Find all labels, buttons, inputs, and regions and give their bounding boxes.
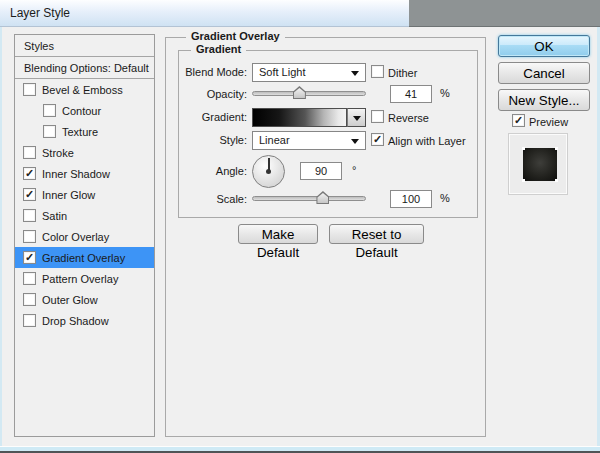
reverse-checkbox[interactable] bbox=[371, 110, 384, 123]
styles-list-item-texture[interactable]: Texture bbox=[15, 121, 154, 142]
style-effect-checkbox[interactable] bbox=[23, 188, 36, 201]
styles-list-item-stroke[interactable]: Stroke bbox=[15, 142, 154, 163]
styles-list-item-satin[interactable]: Satin bbox=[15, 205, 154, 226]
style-effect-label: Color Overlay bbox=[42, 231, 109, 243]
window-border-left bbox=[0, 27, 2, 447]
style-effect-label: Stroke bbox=[42, 147, 74, 159]
handle-icon bbox=[522, 147, 525, 150]
align-with-layer-checkbox[interactable] bbox=[371, 133, 384, 146]
reverse-label: Reverse bbox=[388, 112, 429, 124]
layer-style-dialog: Layer Style Styles Blending Options: Def… bbox=[0, 0, 600, 453]
chevron-down-icon bbox=[351, 139, 359, 144]
ok-button[interactable]: OK bbox=[498, 35, 590, 57]
scale-label: Scale: bbox=[150, 193, 247, 205]
gradient-picker-button[interactable] bbox=[347, 108, 366, 127]
styles-list: Bevel & EmbossContourTextureStrokeInner … bbox=[15, 79, 154, 331]
style-label: Style: bbox=[150, 134, 247, 146]
styles-list-item-drop-shadow[interactable]: Drop Shadow bbox=[15, 310, 154, 331]
styles-list-item-outer-glow[interactable]: Outer Glow bbox=[15, 289, 154, 310]
style-effect-checkbox[interactable] bbox=[23, 230, 36, 243]
style-value: Linear bbox=[259, 134, 290, 146]
style-effect-label: Drop Shadow bbox=[42, 315, 109, 327]
opacity-input[interactable]: 41 bbox=[390, 85, 432, 103]
blend-mode-label: Blend Mode: bbox=[150, 66, 247, 78]
chevron-down-icon bbox=[351, 71, 359, 76]
reset-to-default-button[interactable]: Reset to Default bbox=[329, 224, 424, 244]
scale-input[interactable]: 100 bbox=[390, 190, 432, 208]
styles-list-item-contour[interactable]: Contour bbox=[15, 100, 154, 121]
cancel-button[interactable]: Cancel bbox=[498, 62, 590, 84]
style-effect-label: Inner Shadow bbox=[42, 168, 110, 180]
scale-slider[interactable] bbox=[252, 196, 366, 201]
preview-label: Preview bbox=[529, 116, 568, 128]
style-effect-label: Texture bbox=[62, 126, 98, 138]
handle-icon bbox=[555, 147, 558, 150]
style-effect-checkbox[interactable] bbox=[23, 83, 36, 96]
style-effect-checkbox[interactable] bbox=[43, 125, 56, 138]
style-effect-checkbox[interactable] bbox=[23, 146, 36, 159]
gradient-label: Gradient: bbox=[150, 111, 247, 123]
title-bar[interactable]: Layer Style bbox=[0, 0, 409, 27]
angle-unit: ° bbox=[352, 164, 356, 176]
styles-list-item-pattern-overlay[interactable]: Pattern Overlay bbox=[15, 268, 154, 289]
style-effect-label: Inner Glow bbox=[42, 189, 95, 201]
handle-icon bbox=[522, 179, 525, 182]
angle-dial-center bbox=[266, 169, 271, 174]
styles-header[interactable]: Styles bbox=[15, 35, 154, 57]
styles-list-item-gradient-overlay[interactable]: Gradient Overlay bbox=[15, 247, 154, 268]
style-effect-checkbox[interactable] bbox=[23, 314, 36, 327]
styles-list-item-inner-shadow[interactable]: Inner Shadow bbox=[15, 163, 154, 184]
titlebar-gray-overlap bbox=[409, 0, 600, 27]
gradient-preview-well[interactable] bbox=[252, 108, 347, 127]
style-effect-label: Bevel & Emboss bbox=[42, 84, 123, 96]
style-effect-checkbox[interactable] bbox=[23, 209, 36, 222]
style-effect-checkbox[interactable] bbox=[23, 293, 36, 306]
styles-panel: Styles Blending Options: Default Bevel &… bbox=[14, 34, 155, 437]
angle-input[interactable]: 90 bbox=[300, 162, 342, 180]
make-default-button[interactable]: Make Default bbox=[238, 224, 318, 244]
dither-label: Dither bbox=[388, 67, 417, 79]
angle-dial[interactable] bbox=[252, 155, 285, 188]
blending-options-item[interactable]: Blending Options: Default bbox=[15, 57, 154, 79]
new-style-button[interactable]: New Style... bbox=[498, 89, 590, 111]
group-title: Gradient bbox=[191, 43, 246, 55]
style-effect-checkbox[interactable] bbox=[23, 272, 36, 285]
opacity-slider[interactable] bbox=[252, 91, 366, 96]
style-effect-label: Satin bbox=[42, 210, 67, 222]
style-effect-label: Contour bbox=[62, 105, 101, 117]
opacity-unit: % bbox=[440, 87, 450, 99]
window-title: Layer Style bbox=[10, 6, 70, 20]
scale-unit: % bbox=[440, 192, 450, 204]
handle-icon bbox=[555, 179, 558, 182]
style-effect-label: Pattern Overlay bbox=[42, 273, 118, 285]
pane-title: Gradient Overlay bbox=[186, 30, 285, 42]
style-effect-checkbox[interactable] bbox=[23, 251, 36, 264]
align-with-layer-label: Align with Layer bbox=[388, 135, 466, 147]
blend-mode-value: Soft Light bbox=[259, 66, 305, 78]
style-effect-label: Gradient Overlay bbox=[42, 252, 125, 264]
chevron-down-icon bbox=[353, 116, 361, 121]
dither-checkbox[interactable] bbox=[371, 65, 384, 78]
style-dropdown[interactable]: Linear bbox=[252, 131, 366, 150]
styles-list-item-bevel-emboss[interactable]: Bevel & Emboss bbox=[15, 79, 154, 100]
style-effect-checkbox[interactable] bbox=[43, 104, 56, 117]
preview-thumbnail bbox=[508, 133, 568, 195]
angle-label: Angle: bbox=[150, 165, 247, 177]
opacity-label: Opacity: bbox=[150, 88, 247, 100]
preview-checkbox[interactable] bbox=[512, 114, 525, 127]
preview-gradient-square bbox=[523, 148, 557, 181]
style-effect-label: Outer Glow bbox=[42, 294, 98, 306]
style-effect-checkbox[interactable] bbox=[23, 167, 36, 180]
styles-list-item-inner-glow[interactable]: Inner Glow bbox=[15, 184, 154, 205]
blend-mode-dropdown[interactable]: Soft Light bbox=[252, 63, 366, 82]
styles-list-item-color-overlay[interactable]: Color Overlay bbox=[15, 226, 154, 247]
